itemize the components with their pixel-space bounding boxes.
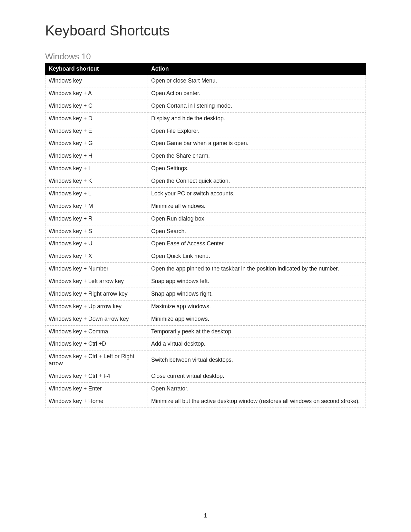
table-row: Windows key + GOpen Game bar when a game…	[45, 137, 366, 150]
cell-shortcut: Windows key + Home	[45, 395, 148, 408]
page-title: Keyboard Shortcuts	[45, 23, 366, 39]
cell-shortcut: Windows key + Right arrow key	[45, 288, 148, 300]
header-action: Action	[148, 63, 366, 75]
cell-shortcut: Windows key + R	[45, 212, 148, 225]
table-row: Windows key + EnterOpen Narrator.	[45, 382, 366, 395]
table-row: Windows key + UOpen Ease of Access Cente…	[45, 238, 366, 250]
cell-action: Open Run dialog box.	[148, 212, 366, 225]
table-row: Windows key + Up arrow keyMaximize app w…	[45, 300, 366, 313]
cell-action: Open the Share charm.	[148, 150, 366, 163]
shortcuts-table: Keyboard shortcut Action Windows keyOpen…	[45, 63, 366, 408]
cell-shortcut: Windows key + A	[45, 87, 148, 100]
section-heading: Windows 10	[45, 52, 366, 62]
table-row: Windows key + HomeMinimize all but the a…	[45, 395, 366, 408]
cell-shortcut: Windows key + H	[45, 150, 148, 163]
cell-shortcut: Windows key + U	[45, 238, 148, 250]
cell-action: Open Quick Link menu.	[148, 250, 366, 263]
table-row: Windows key + COpen Cortana in listening…	[45, 100, 366, 112]
table-row: Windows key + Left arrow keySnap app win…	[45, 275, 366, 288]
cell-shortcut: Windows key	[45, 75, 148, 87]
table-row: Windows key + IOpen Settings.	[45, 163, 366, 175]
cell-action: Snap app windows right.	[148, 288, 366, 300]
cell-shortcut: Windows key + E	[45, 125, 148, 137]
cell-action: Open File Explorer.	[148, 125, 366, 137]
table-row: Windows key + ROpen Run dialog box.	[45, 212, 366, 225]
cell-shortcut: Windows key + M	[45, 200, 148, 212]
table-row: Windows key + Right arrow keySnap app wi…	[45, 288, 366, 300]
table-row: Windows key + XOpen Quick Link menu.	[45, 250, 366, 263]
cell-action: Open Action center.	[148, 87, 366, 100]
cell-shortcut: Windows key + Ctrl + Left or Right arrow	[45, 350, 148, 370]
cell-action: Display and hide the desktop.	[148, 112, 366, 125]
table-row: Windows key + AOpen Action center.	[45, 87, 366, 100]
table-row: Windows key + SOpen Search.	[45, 225, 366, 238]
cell-shortcut: Windows key + C	[45, 100, 148, 112]
cell-shortcut: Windows key + Ctrl + F4	[45, 370, 148, 383]
table-row: Windows key + Ctrl +DAdd a virtual deskt…	[45, 338, 366, 350]
cell-action: Open Cortana in listening mode.	[148, 100, 366, 112]
cell-shortcut: Windows key + L	[45, 187, 148, 200]
cell-action: Temporarily peek at the desktop.	[148, 325, 366, 338]
table-row: Windows key + CommaTemporarily peek at t…	[45, 325, 366, 338]
cell-shortcut: Windows key + S	[45, 225, 148, 238]
cell-action: Minimize all but the active desktop wind…	[148, 395, 366, 408]
table-row: Windows key + KOpen the Connect quick ac…	[45, 175, 366, 188]
cell-action: Open or close Start Menu.	[148, 75, 366, 87]
cell-shortcut: Windows key + Left arrow key	[45, 275, 148, 288]
cell-action: Open Ease of Access Center.	[148, 238, 366, 250]
cell-shortcut: Windows key + Enter	[45, 382, 148, 395]
cell-shortcut: Windows key + I	[45, 163, 148, 175]
table-row: Windows key + Ctrl + Left or Right arrow…	[45, 350, 366, 370]
cell-action: Add a virtual desktop.	[148, 338, 366, 350]
cell-action: Open Game bar when a game is open.	[148, 137, 366, 150]
cell-shortcut: Windows key + D	[45, 112, 148, 125]
cell-action: Open the Connect quick action.	[148, 175, 366, 188]
table-header-row: Keyboard shortcut Action	[45, 63, 366, 75]
cell-action: Open Search.	[148, 225, 366, 238]
cell-shortcut: Windows key + Comma	[45, 325, 148, 338]
table-row: Windows key + LLock your PC or switch ac…	[45, 187, 366, 200]
table-row: Windows key + DDisplay and hide the desk…	[45, 112, 366, 125]
cell-shortcut: Windows key + K	[45, 175, 148, 188]
cell-action: Open Settings.	[148, 163, 366, 175]
table-row: Windows keyOpen or close Start Menu.	[45, 75, 366, 87]
document-page: Keyboard Shortcuts Windows 10 Keyboard s…	[0, 0, 411, 532]
cell-action: Snap app windows left.	[148, 275, 366, 288]
header-shortcut: Keyboard shortcut	[45, 63, 148, 75]
cell-action: Minimize app windows.	[148, 313, 366, 325]
table-row: Windows key + Ctrl + F4Close current vir…	[45, 370, 366, 383]
table-row: Windows key + HOpen the Share charm.	[45, 150, 366, 163]
table-row: Windows key + MMinimize all windows.	[45, 200, 366, 212]
cell-shortcut: Windows key + X	[45, 250, 148, 263]
page-number: 1	[0, 512, 411, 519]
cell-shortcut: Windows key + Ctrl +D	[45, 338, 148, 350]
cell-shortcut: Windows key + Number	[45, 263, 148, 275]
cell-action: Minimize all windows.	[148, 200, 366, 212]
table-row: Windows key + NumberOpen the app pinned …	[45, 263, 366, 275]
cell-action: Open the app pinned to the taskbar in th…	[148, 263, 366, 275]
cell-shortcut: Windows key + Down arrow key	[45, 313, 148, 325]
table-row: Windows key + Down arrow keyMinimize app…	[45, 313, 366, 325]
cell-action: Maximize app windows.	[148, 300, 366, 313]
cell-action: Switch between virtual desktops.	[148, 350, 366, 370]
cell-action: Lock your PC or switch accounts.	[148, 187, 366, 200]
cell-action: Open Narrator.	[148, 382, 366, 395]
table-row: Windows key + EOpen File Explorer.	[45, 125, 366, 137]
cell-action: Close current virtual desktop.	[148, 370, 366, 383]
cell-shortcut: Windows key + Up arrow key	[45, 300, 148, 313]
cell-shortcut: Windows key + G	[45, 137, 148, 150]
